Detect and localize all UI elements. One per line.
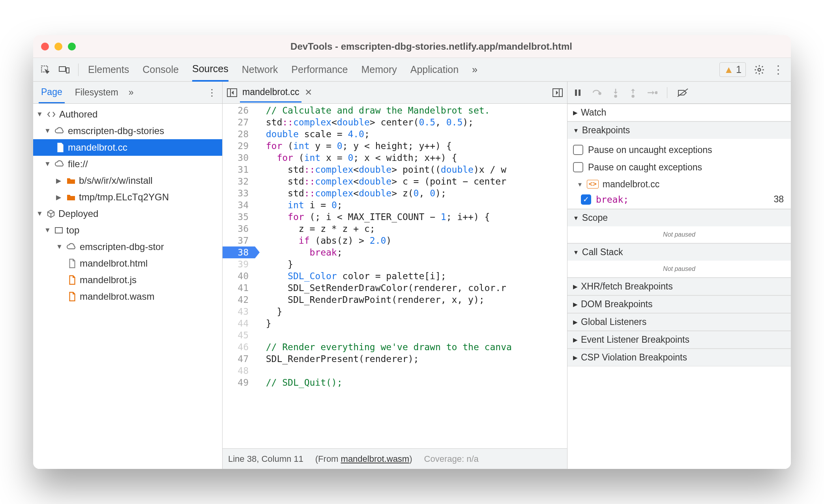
main-toolbar: Elements Console Sources Network Perform… [33, 58, 791, 82]
tree-file-html[interactable]: mandelbrot.html [33, 255, 222, 272]
checkbox-checked-icon[interactable]: ✓ [581, 194, 591, 205]
line-gutter[interactable]: 2627282930313233343536373839404142434445… [223, 104, 255, 448]
breakpoint-line-number: 38 [773, 194, 784, 205]
callstack-header[interactable]: ▼ Call Stack [567, 243, 791, 261]
tree-deployed[interactable]: ▼ Deployed [33, 205, 222, 222]
checkbox-icon[interactable] [573, 162, 583, 172]
cloud-icon [54, 160, 65, 168]
folder-icon [66, 193, 76, 201]
watch-section: ▶ Watch [567, 104, 791, 121]
devtools-window: DevTools - emscripten-dbg-stories.netlif… [33, 35, 791, 469]
pause-uncaught-row[interactable]: Pause on uncaught exceptions [573, 141, 785, 159]
pause-caught-row[interactable]: Pause on caught exceptions [573, 159, 785, 176]
collapse-icon: ▼ [573, 249, 579, 256]
more-menu-icon[interactable]: ⋮ [207, 87, 217, 98]
more-tabs-icon[interactable]: » [472, 64, 478, 75]
svg-point-15 [632, 95, 634, 97]
breakpoint-file[interactable]: ▼ <> mandelbrot.cc [573, 176, 785, 192]
window-title: DevTools - emscripten-dbg-stories.netlif… [80, 41, 783, 52]
close-window-button[interactable] [41, 43, 49, 50]
coverage-status: Coverage: n/a [424, 454, 479, 464]
step-icon[interactable] [646, 88, 657, 97]
toggle-navigator-icon[interactable] [227, 88, 238, 97]
dom-section: ▶ DOM Breakpoints [567, 295, 791, 313]
editor-tabs: mandelbrot.cc ✕ [223, 82, 567, 104]
global-section: ▶ Global Listeners [567, 313, 791, 331]
scope-section: ▼ Scope Not paused [567, 209, 791, 243]
tab-memory[interactable]: Memory [361, 58, 397, 81]
code-content[interactable]: // Calculate and draw the Mandelbrot set… [255, 104, 567, 448]
tab-network[interactable]: Network [242, 58, 278, 81]
file-icon [56, 142, 65, 153]
csp-header[interactable]: ▶ CSP Violation Breakpoints [567, 349, 791, 366]
watch-header[interactable]: ▶ Watch [567, 104, 791, 121]
tree-domain-1[interactable]: ▼ emscripten-dbg-stories [33, 123, 222, 139]
xhr-header[interactable]: ▶ XHR/fetch Breakpoints [567, 278, 791, 295]
device-icon[interactable] [58, 65, 70, 75]
tree-authored[interactable]: ▼ Authored [33, 106, 222, 123]
titlebar: DevTools - emscripten-dbg-stories.netlif… [33, 35, 791, 58]
xhr-section: ▶ XHR/fetch Breakpoints [567, 278, 791, 295]
code-editor[interactable]: 2627282930313233343536373839404142434445… [223, 104, 567, 448]
filesystem-tab[interactable]: Filesystem [73, 82, 121, 103]
step-out-icon[interactable] [629, 88, 637, 98]
scope-not-paused: Not paused [567, 226, 791, 243]
scope-header[interactable]: ▼ Scope [567, 209, 791, 226]
tree-folder-tmp[interactable]: ▶ tmp/tmp.ELcTq2YGN [33, 189, 222, 205]
breakpoint-entry[interactable]: ✓ break; 38 [573, 192, 785, 206]
tree-folder-install[interactable]: ▶ b/s/w/ir/x/w/install [33, 172, 222, 189]
expand-icon: ▶ [573, 109, 578, 116]
svg-point-17 [655, 91, 657, 93]
source-link[interactable]: mandelbrot.wasm [341, 454, 410, 464]
tree-file-protocol[interactable]: ▼ file:// [33, 156, 222, 172]
file-tree: ▼ Authored ▼ emscripten-dbg-stories [33, 104, 222, 305]
tab-sources[interactable]: Sources [192, 58, 228, 82]
tree-file-wasm[interactable]: mandelbrot.wasm [33, 288, 222, 305]
breakpoints-header[interactable]: ▼ Breakpoints [567, 121, 791, 139]
minimize-window-button[interactable] [54, 43, 62, 50]
cursor-position: Line 38, Column 11 [228, 454, 303, 464]
collapse-icon: ▼ [573, 215, 579, 221]
svg-rect-10 [579, 90, 581, 96]
more-menu-icon[interactable]: ⋮ [773, 63, 784, 76]
tab-application[interactable]: Application [410, 58, 459, 81]
page-tab[interactable]: Page [39, 82, 65, 103]
navigator-tabs: Page Filesystem » ⋮ [33, 82, 222, 104]
editor-tab-mandelbrot[interactable]: mandelbrot.cc [240, 83, 302, 103]
step-over-icon[interactable] [592, 88, 602, 97]
tab-performance[interactable]: Performance [291, 58, 348, 81]
more-tabs-icon[interactable]: » [129, 87, 134, 98]
tab-elements[interactable]: Elements [88, 58, 129, 81]
step-into-icon[interactable] [612, 88, 620, 98]
inspect-icon[interactable] [40, 65, 51, 75]
tree-domain-2[interactable]: ▼ emscripten-dbg-stor [33, 239, 222, 255]
checkbox-icon[interactable] [573, 145, 583, 155]
navigator-pane: Page Filesystem » ⋮ ▼ Authored ▼ [33, 82, 223, 469]
warnings-badge[interactable]: ▲ 1 [719, 62, 746, 77]
global-header[interactable]: ▶ Global Listeners [567, 313, 791, 330]
tab-console[interactable]: Console [142, 58, 179, 81]
expand-icon: ▶ [573, 336, 578, 343]
event-section: ▶ Event Listener Breakpoints [567, 331, 791, 349]
toggle-debugger-icon[interactable] [552, 88, 563, 97]
settings-icon[interactable] [754, 64, 765, 75]
divider [78, 63, 79, 76]
svg-rect-4 [55, 228, 62, 233]
dom-header[interactable]: ▶ DOM Breakpoints [567, 295, 791, 313]
expand-icon: ▶ [573, 354, 578, 361]
tree-top[interactable]: ▼ top [33, 222, 222, 239]
editor-pane: mandelbrot.cc ✕ 262728293031323334353637… [223, 82, 567, 469]
frame-icon [54, 227, 63, 234]
svg-rect-9 [575, 90, 577, 96]
debugger-controls [567, 82, 791, 104]
tree-file-js[interactable]: mandelbrot.js [33, 272, 222, 288]
pause-icon[interactable] [573, 88, 582, 97]
deactivate-breakpoints-icon[interactable] [677, 88, 689, 97]
debugger-pane: ▶ Watch ▼ Breakpoints Pause on uncaught … [567, 82, 791, 469]
breakpoints-section: ▼ Breakpoints Pause on uncaught exceptio… [567, 121, 791, 209]
close-tab-icon[interactable]: ✕ [305, 87, 312, 98]
tree-file-mandelbrot-cc[interactable]: mandelbrot.cc [33, 139, 222, 156]
svg-rect-1 [59, 67, 66, 71]
event-header[interactable]: ▶ Event Listener Breakpoints [567, 331, 791, 348]
maximize-window-button[interactable] [68, 43, 76, 50]
